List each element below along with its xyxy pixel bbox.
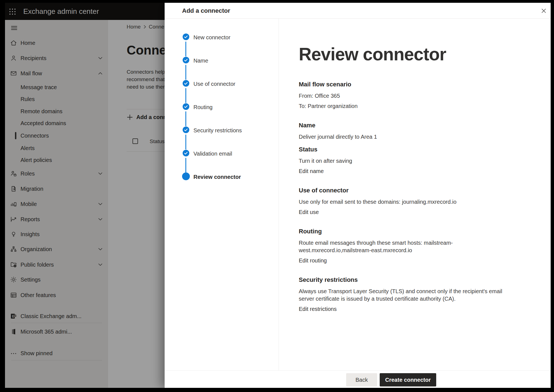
section-value: From: Office 365 <box>299 92 517 100</box>
step-security-restrictions[interactable]: Security restrictions <box>165 127 275 134</box>
section-value: To: Partner organization <box>299 102 517 110</box>
section-use-of-connector: Use of connectorUse only for email sent … <box>299 187 517 216</box>
section-value: Deliver journal directly to Area 1 <box>299 133 517 141</box>
step-review-connector[interactable]: Review connector <box>165 173 275 181</box>
step-label: Validation email <box>193 151 232 157</box>
edit-link-edit-routing[interactable]: Edit routing <box>299 257 327 264</box>
review-sections: Mail flow scenarioFrom: Office 365To: Pa… <box>299 81 517 313</box>
stepper-connector-line <box>185 42 186 56</box>
stepper-connector-line <box>185 158 186 173</box>
step-complete-check-icon <box>182 149 190 158</box>
edit-link-edit-restrictions[interactable]: Edit restrictions <box>299 305 337 313</box>
step-routing[interactable]: Routing <box>165 103 275 111</box>
section-header: Routing <box>299 228 517 235</box>
section-mail-flow-scenario: Mail flow scenarioFrom: Office 365To: Pa… <box>299 81 517 110</box>
section-name: NameDeliver journal directly to Area 1 <box>299 122 517 141</box>
close-icon[interactable] <box>541 8 547 14</box>
step-validation-email[interactable]: Validation email <box>165 150 275 158</box>
step-label: Review connector <box>193 174 241 180</box>
section-status: StatusTurn it on after savingEdit name <box>299 146 517 175</box>
section-value: Use only for email sent to these domains… <box>299 198 517 206</box>
stepper-connector-line <box>185 88 186 103</box>
section-header: Security restrictions <box>299 276 517 284</box>
section-value: Always use Transport Layer Security (TLS… <box>299 288 517 303</box>
wizard-stepper: New connector Name Use of connector Rout… <box>165 19 279 370</box>
step-use-of-connector[interactable]: Use of connector <box>165 80 275 88</box>
step-label: Routing <box>193 104 213 110</box>
dialog-title: Add a connector <box>182 3 230 19</box>
section-header: Mail flow scenario <box>299 81 517 88</box>
section-header: Status <box>299 146 517 153</box>
section-header: Name <box>299 122 517 129</box>
create-connector-button[interactable]: Create connector <box>380 373 436 386</box>
dialog-header: Add a connector <box>165 3 551 19</box>
section-security-restrictions: Security restrictionsAlways use Transpor… <box>299 276 517 313</box>
step-current-icon <box>182 172 190 182</box>
stepper-connector-line <box>185 65 186 80</box>
step-complete-check-icon <box>182 33 190 42</box>
stepper-connector-line <box>185 111 186 126</box>
screenshot-frame: Exchange admin center HomeRecipientsMail… <box>0 0 554 392</box>
step-name[interactable]: Name <box>165 57 275 65</box>
edit-link-edit-name[interactable]: Edit name <box>299 167 324 175</box>
step-complete-check-icon <box>182 56 190 65</box>
section-value: Route email messages through these smart… <box>299 239 517 254</box>
step-complete-check-icon <box>182 126 190 135</box>
exchange-admin-center-app: Exchange admin center HomeRecipientsMail… <box>5 3 551 388</box>
step-label: Name <box>193 58 208 64</box>
back-button[interactable]: Back <box>346 373 377 386</box>
review-connector-panel: Review connector Mail flow scenarioFrom:… <box>279 19 551 367</box>
edit-link-edit-use[interactable]: Edit use <box>299 208 319 216</box>
review-heading: Review connector <box>299 44 517 65</box>
section-header: Use of connector <box>299 187 517 194</box>
add-connector-dialog: Add a connector New connector Name Use o… <box>165 3 551 388</box>
stepper-connector-line <box>185 135 186 149</box>
step-label: Use of connector <box>193 81 235 87</box>
step-new-connector[interactable]: New connector <box>165 33 275 41</box>
step-complete-check-icon <box>182 103 190 111</box>
section-routing: RoutingRoute email messages through thes… <box>299 228 517 264</box>
step-label: New connector <box>193 34 230 41</box>
step-label: Security restrictions <box>193 127 242 134</box>
section-value: Turn it on after saving <box>299 157 517 165</box>
dialog-footer: Back Create connector <box>165 370 551 388</box>
step-complete-check-icon <box>182 80 190 88</box>
